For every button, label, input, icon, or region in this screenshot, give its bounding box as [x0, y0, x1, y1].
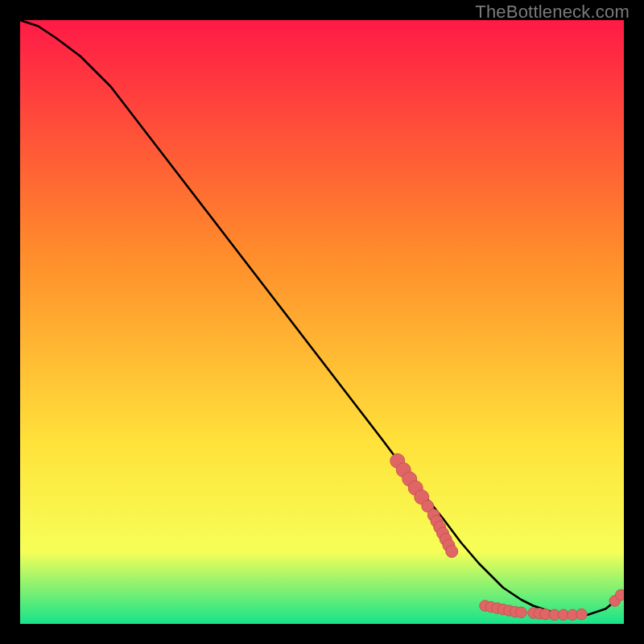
- gradient-background: [20, 20, 624, 624]
- data-marker: [516, 607, 527, 618]
- data-marker: [616, 589, 625, 601]
- plot-area: [20, 20, 624, 624]
- data-marker: [576, 609, 588, 620]
- bottleneck-curve-svg: [20, 20, 624, 624]
- chart-frame: TheBottleneck.com: [0, 0, 644, 644]
- data-marker: [446, 546, 458, 558]
